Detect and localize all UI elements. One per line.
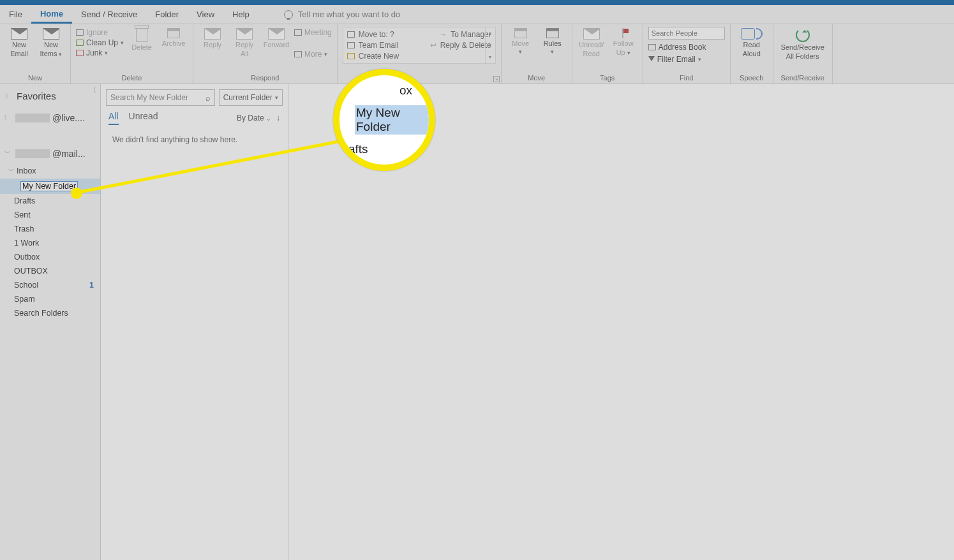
group-find: Address Book Filter Email▾ Find <box>643 24 731 84</box>
reply-all-button[interactable]: ReplyAll <box>230 27 258 57</box>
group-send-receive: Send/ReceiveAll Folders Send/Receive <box>773 24 833 84</box>
new-items-button[interactable]: New Items ▾ <box>37 27 65 57</box>
filter-all-tab[interactable]: All <box>108 111 119 125</box>
folder-rename-input[interactable] <box>20 181 78 191</box>
envelope-icon <box>347 42 355 48</box>
folder-drafts[interactable]: Drafts <box>0 194 100 208</box>
empty-list-message: We didn't find anything to show here. <box>101 129 288 151</box>
callout-line-inbox: ox <box>348 80 429 101</box>
ribbon-tabs: File Home Send / Receive Folder View Hel… <box>0 5 954 24</box>
rules-icon <box>546 28 559 38</box>
folder-inbox[interactable]: 〉Inbox <box>0 164 100 179</box>
sound-icon <box>756 28 763 40</box>
folder-outbox[interactable]: OUTBOX <box>0 264 100 278</box>
ignore-button[interactable]: Ignore <box>76 28 124 37</box>
message-list-pane: Search My New Folder ⌕ Current Folder▾ A… <box>101 84 288 560</box>
follow-up-button[interactable]: FollowUp ▾ <box>609 27 637 56</box>
folder-outbox[interactable]: Outbox <box>0 250 100 264</box>
new-email-button[interactable]: New Email <box>5 27 33 57</box>
reply-button[interactable]: Reply <box>198 27 227 48</box>
cleanup-button[interactable]: Clean Up▾ <box>76 38 124 47</box>
folder-1-work[interactable]: 1 Work <box>0 236 100 250</box>
chevron-down-icon: ▾ <box>275 94 278 101</box>
delete-button[interactable]: Delete <box>128 27 156 51</box>
folder-spam[interactable]: Spam <box>0 292 100 306</box>
folder-search-folders[interactable]: Search Folders <box>0 306 100 320</box>
folder-nav-pane: 〈 〉Favorites 〉@live.... 〉@mail... 〉Inbox… <box>0 84 101 560</box>
folder-my-new-folder[interactable] <box>0 179 100 194</box>
search-scope-dropdown[interactable]: Current Folder▾ <box>219 89 283 106</box>
tell-me-label: Tell me what you want to do <box>298 10 400 19</box>
group-label-delete: Delete <box>76 73 188 84</box>
trash-icon <box>136 28 147 42</box>
group-delete: Ignore Clean Up▾ Junk▾ Delete Archive De… <box>71 24 193 84</box>
tab-help[interactable]: Help <box>223 5 258 24</box>
refresh-icon <box>796 28 810 42</box>
send-receive-all-button[interactable]: Send/ReceiveAll Folders <box>779 27 827 60</box>
archive-icon <box>167 28 180 38</box>
search-people-input[interactable] <box>648 27 725 40</box>
group-label-sr: Send/Receive <box>779 73 827 84</box>
group-respond: Reply ReplyAll Forward Meeting More▾ Res… <box>193 24 338 84</box>
group-label-find: Find <box>648 73 725 84</box>
junk-button[interactable]: Junk▾ <box>76 48 124 57</box>
envelope-icon <box>11 28 27 40</box>
move-button[interactable]: Move▾ <box>507 27 535 55</box>
more-respond-button[interactable]: More▾ <box>294 50 332 59</box>
forward-button[interactable]: Forward <box>262 27 290 48</box>
tab-view[interactable]: View <box>188 5 223 24</box>
dialog-launcher-icon[interactable]: ↘ <box>493 76 500 82</box>
redacted-text <box>15 149 50 158</box>
favorites-header[interactable]: 〉Favorites <box>0 84 100 108</box>
folder-school[interactable]: School1 <box>0 278 100 292</box>
group-new: New Email New Items ▾ New <box>0 24 71 84</box>
folder-sent[interactable]: Sent <box>0 208 100 222</box>
read-aloud-button[interactable]: ReadAloud <box>736 27 768 57</box>
envelope-icon <box>43 28 59 40</box>
chevron-right-icon: 〉 <box>5 92 11 101</box>
callout-magnifier: ox My New Folder afts <box>333 69 435 171</box>
sort-direction-button[interactable]: ↓ <box>276 114 280 122</box>
junk-icon <box>76 50 84 56</box>
folder-trash[interactable]: Trash <box>0 222 100 236</box>
tell-me-search[interactable]: Tell me what you want to do <box>284 10 400 19</box>
archive-button[interactable]: Archive <box>160 27 188 47</box>
filter-unread-tab[interactable]: Unread <box>129 111 158 125</box>
account-2[interactable]: 〉@mail... <box>0 144 100 164</box>
tab-file[interactable]: File <box>0 5 31 24</box>
envelope-icon <box>583 28 600 40</box>
chevron-down-icon: ▾ <box>59 51 62 57</box>
group-tags: Unread/Read FollowUp ▾ Tags <box>572 24 643 84</box>
group-move: Move▾ Rules▾ Move <box>502 24 572 84</box>
title-bar <box>0 0 954 5</box>
chevron-right-icon: 〉 <box>4 114 10 122</box>
rules-button[interactable]: Rules▾ <box>539 27 567 55</box>
unread-read-button[interactable]: Unread/Read <box>578 27 606 57</box>
chevron-down-icon: 〉 <box>3 151 11 157</box>
group-label-speech: Speech <box>736 73 768 84</box>
tab-folder[interactable]: Folder <box>146 5 188 24</box>
tab-home[interactable]: Home <box>31 5 72 24</box>
search-icon: ⌕ <box>205 93 211 103</box>
collapse-nav-icon[interactable]: 〈 <box>89 85 96 95</box>
gallery-scroll[interactable]: ▴▾▾ <box>485 27 495 63</box>
group-label-move: Move <box>507 73 567 84</box>
lightbulb-icon <box>284 10 293 19</box>
tab-send-receive[interactable]: Send / Receive <box>72 5 146 24</box>
account-1[interactable]: 〉@live.... <box>0 108 100 128</box>
filter-email-button[interactable]: Filter Email▾ <box>648 55 725 64</box>
address-book-button[interactable]: Address Book <box>648 43 725 52</box>
ignore-icon <box>76 29 84 36</box>
calendar-icon <box>294 29 302 36</box>
quick-steps-gallery[interactable]: Move to: ?→To Manager Team Email↩Reply &… <box>343 27 496 64</box>
group-label-respond: Respond <box>198 73 332 84</box>
search-placeholder: Search My New Folder <box>110 93 188 102</box>
move-icon <box>347 31 355 38</box>
sort-by-button[interactable]: By Date ⌄ <box>237 114 271 122</box>
star-icon <box>347 53 355 59</box>
page-icon <box>741 28 755 40</box>
meeting-button[interactable]: Meeting <box>294 28 332 37</box>
callout-line-new-folder: My New Folder <box>348 101 429 138</box>
search-current-folder[interactable]: Search My New Folder ⌕ <box>106 89 215 106</box>
forward-icon <box>268 28 285 40</box>
